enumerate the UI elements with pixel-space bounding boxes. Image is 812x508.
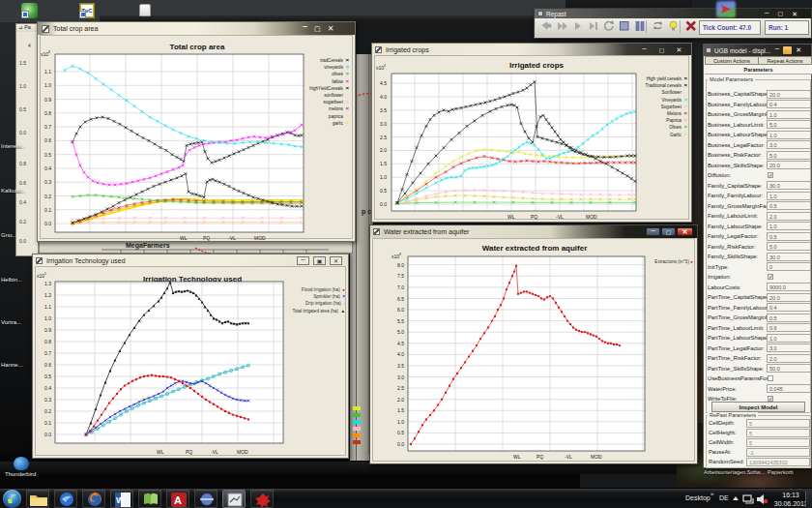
svg-text:W: W [116,495,125,505]
svg-text:A: A [174,494,182,506]
